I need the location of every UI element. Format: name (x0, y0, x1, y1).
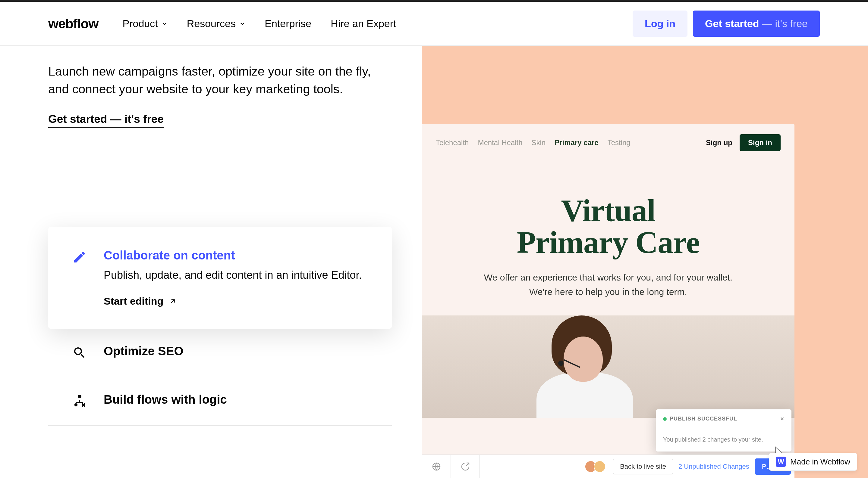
card-collaborate[interactable]: Collaborate on content Publish, update, … (48, 227, 392, 329)
card-icon-wrap (72, 394, 89, 410)
arrow-up-right-icon (169, 297, 177, 305)
svg-point-2 (74, 403, 78, 406)
card-desc: Publish, update, and edit content in an … (104, 268, 374, 283)
globe-icon[interactable] (422, 455, 451, 478)
share-icon[interactable] (451, 455, 480, 478)
toast-close-icon[interactable]: × (780, 415, 784, 422)
back-to-live-site-button[interactable]: Back to live site (613, 459, 673, 474)
avatar (594, 460, 606, 473)
editor-bottom-bar: Back to live site 2 Unpublished Changes … (422, 454, 795, 478)
inline-get-started-link[interactable]: Get started — it's free (48, 113, 164, 128)
card-build-flows[interactable]: Build flows with logic (48, 377, 392, 425)
tab-mental-health[interactable]: Mental Health (478, 138, 522, 147)
made-in-webflow-badge[interactable]: W Made in Webflow (769, 453, 857, 471)
toast-body: You published 2 changes to your site. (663, 436, 784, 443)
site-tabs: Telehealth Mental Health Skin Primary ca… (436, 138, 630, 147)
chevron-down-icon (239, 21, 245, 27)
hero-lead: Launch new campaigns faster, optimize yo… (48, 63, 380, 98)
site-hero-sub: We offer an experience that works for yo… (478, 270, 738, 299)
card-icon-wrap (72, 250, 89, 266)
card-title: Optimize SEO (104, 344, 374, 358)
get-started-button[interactable]: Get started — it's free (693, 10, 820, 37)
flow-icon (72, 394, 87, 408)
person-face-shape (564, 337, 603, 382)
success-dot-icon (663, 417, 667, 421)
hero-title-line1: Virtual (561, 193, 655, 228)
badge-label: Made in Webflow (790, 457, 850, 467)
site-hero-title: Virtual Primary Care (440, 195, 776, 258)
hero-title-line2: Primary Care (517, 225, 700, 260)
tab-testing[interactable]: Testing (608, 138, 630, 147)
toast-title: PUBLISH SUCCESSFUL (670, 416, 737, 422)
nav-item-hire-expert[interactable]: Hire an Expert (331, 18, 396, 30)
tab-primary-care[interactable]: Primary care (555, 138, 598, 147)
card-icon-wrap (72, 346, 89, 361)
sign-up-link[interactable]: Sign up (706, 138, 733, 147)
card-action-link[interactable]: Start editing (104, 295, 374, 307)
previewed-site: Telehealth Mental Health Skin Primary ca… (422, 124, 795, 478)
main-content: Launch new campaigns faster, optimize yo… (0, 46, 868, 478)
tab-telehealth[interactable]: Telehealth (436, 138, 469, 147)
svg-rect-1 (78, 395, 82, 398)
brand-logo[interactable]: webflow (48, 16, 98, 31)
preview-pane: Telehealth Mental Health Skin Primary ca… (422, 46, 868, 478)
site-nav: Telehealth Mental Health Skin Primary ca… (422, 124, 795, 161)
nav-item-label: Enterprise (265, 18, 311, 30)
svg-line-0 (171, 300, 175, 303)
nav-item-product[interactable]: Product (123, 18, 167, 30)
collaborator-avatars[interactable] (588, 460, 606, 473)
card-title: Collaborate on content (104, 249, 374, 262)
nav-item-resources[interactable]: Resources (187, 18, 246, 30)
card-optimize-seo[interactable]: Optimize SEO (48, 329, 392, 377)
cta-main-text: Get started (705, 18, 759, 29)
tab-skin[interactable]: Skin (532, 138, 546, 147)
nav-links: Product Resources Enterprise Hire an Exp… (123, 18, 396, 30)
nav-item-label: Product (123, 18, 158, 30)
card-action-label: Start editing (104, 295, 163, 307)
search-icon (72, 346, 87, 360)
left-column: Launch new campaigns faster, optimize yo… (48, 46, 422, 478)
sign-in-button[interactable]: Sign in (740, 134, 781, 151)
main-nav: webflow Product Resources Enterprise Hir… (0, 2, 868, 46)
site-hero-image (422, 315, 795, 418)
feature-cards: Collaborate on content Publish, update, … (48, 227, 392, 425)
cta-suffix-text: — it's free (759, 18, 808, 29)
nav-item-label: Hire an Expert (331, 18, 396, 30)
login-button[interactable]: Log in (632, 10, 687, 37)
card-title: Build flows with logic (104, 393, 374, 406)
site-hero: Virtual Primary Care We offer an experie… (422, 161, 795, 315)
chevron-down-icon (161, 21, 167, 27)
edit-icon (72, 250, 87, 264)
publish-toast: PUBLISH SUCCESSFUL × You published 2 cha… (656, 409, 792, 451)
nav-item-enterprise[interactable]: Enterprise (265, 18, 311, 30)
unpublished-changes-link[interactable]: 2 Unpublished Changes (678, 463, 749, 471)
nav-item-label: Resources (187, 18, 236, 30)
webflow-glyph-icon: W (776, 457, 786, 467)
